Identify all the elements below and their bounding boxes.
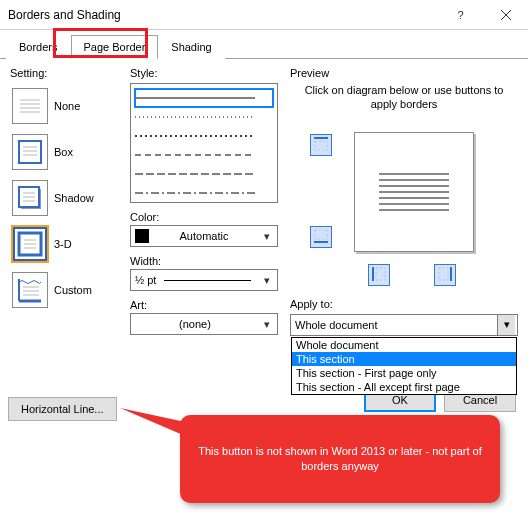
preview-area [290,122,518,262]
callout-tail-icon [110,398,200,438]
setting-box-icon [12,134,48,170]
preview-label: Preview [290,67,518,79]
tabstrip: Borders Page Border Shading [0,30,528,59]
chevron-down-icon: ▾ [259,318,275,331]
border-top-button[interactable] [310,134,332,156]
border-bottom-button[interactable] [310,226,332,248]
tab-page-border[interactable]: Page Border [71,35,159,59]
color-swatch-icon [135,229,149,243]
apply-to-value: Whole document [295,319,497,331]
setting-3d-label: 3-D [54,238,72,250]
setting-custom-icon [12,272,48,308]
setting-box-label: Box [54,146,73,158]
help-button[interactable]: ? [438,0,483,30]
setting-none-label: None [54,100,80,112]
width-label: Width: [130,255,278,267]
preview-page[interactable] [354,132,474,252]
border-right-button[interactable] [434,264,456,286]
annotation-callout-text: This button is not shown in Word 2013 or… [198,444,482,474]
style-option-dashed[interactable] [135,146,273,164]
width-value: ½ pt [135,274,156,286]
apply-to-label: Apply to: [290,298,518,310]
close-icon [501,10,511,20]
apply-option-3[interactable]: This section - All except first page [292,380,516,394]
setting-custom-label: Custom [54,284,92,296]
annotation-callout: This button is not shown in Word 2013 or… [180,415,500,503]
style-option-dotted[interactable] [135,108,273,126]
horizontal-line-button[interactable]: Horizontal Line... [8,397,117,421]
setting-3d-icon [12,226,48,262]
style-option-dashed-2[interactable] [135,165,273,183]
setting-none-icon [12,88,48,124]
apply-option-2[interactable]: This section - First page only [292,366,516,380]
width-preview-icon [164,280,251,281]
art-value: (none) [135,318,255,330]
chevron-down-icon: ▾ [497,315,515,335]
svg-rect-34 [372,267,374,281]
setting-box[interactable]: Box [10,129,118,175]
chevron-down-icon: ▾ [259,274,275,287]
svg-rect-6 [19,141,41,163]
preview-hint: Click on diagram below or use buttons to… [300,83,508,112]
art-combo[interactable]: (none) ▾ [130,313,278,335]
apply-option-0[interactable]: Whole document [292,338,516,352]
svg-rect-32 [314,241,328,243]
close-button[interactable] [483,0,528,30]
setting-custom[interactable]: Custom [10,267,118,313]
tab-shading[interactable]: Shading [158,35,224,59]
tab-borders[interactable]: Borders [6,35,71,59]
preview-lr-row [290,262,518,292]
setting-shadow-label: Shadow [54,192,94,204]
svg-rect-35 [376,268,385,280]
svg-marker-38 [120,408,190,438]
color-label: Color: [130,211,278,223]
titlebar: Borders and Shading ? [0,0,528,30]
setting-label: Setting: [10,67,118,79]
style-list[interactable] [130,83,278,203]
style-option-solid[interactable] [135,89,273,107]
style-label: Style: [130,67,278,79]
chevron-down-icon: ▾ [259,230,275,243]
svg-rect-36 [450,267,452,281]
setting-column: Setting: None Box Shadow 3-D Custom [10,65,118,336]
apply-to-combo[interactable]: Whole document ▾ Whole document This sec… [290,314,518,336]
setting-3d[interactable]: 3-D [10,221,118,267]
style-option-dotted-2[interactable] [135,127,273,145]
color-value: Automatic [153,230,255,242]
apply-to-dropdown: Whole document This section This section… [291,337,517,395]
art-label: Art: [130,299,278,311]
color-combo[interactable]: Automatic ▾ [130,225,278,247]
setting-shadow[interactable]: Shadow [10,175,118,221]
preview-column: Preview Click on diagram below or use bu… [290,65,518,336]
apply-option-1[interactable]: This section [292,352,516,366]
border-left-button[interactable] [368,264,390,286]
svg-rect-37 [439,268,448,280]
setting-none[interactable]: None [10,83,118,129]
setting-shadow-icon [12,180,48,216]
dialog-body: Setting: None Box Shadow 3-D Custom [0,59,528,340]
style-option-dashdot[interactable] [135,184,273,202]
width-combo[interactable]: ½ pt ▾ [130,269,278,291]
svg-rect-31 [315,141,327,150]
dialog-window: Borders and Shading ? Borders Page Borde… [0,0,528,513]
svg-rect-30 [314,137,328,139]
dialog-title: Borders and Shading [8,8,438,22]
apply-to-group: Apply to: Whole document ▾ Whole documen… [290,298,518,336]
svg-rect-33 [315,230,327,239]
style-column: Style: Color: Automatic ▾ Width: ½ pt ▾ [130,65,278,336]
preview-lines-icon [379,169,449,215]
